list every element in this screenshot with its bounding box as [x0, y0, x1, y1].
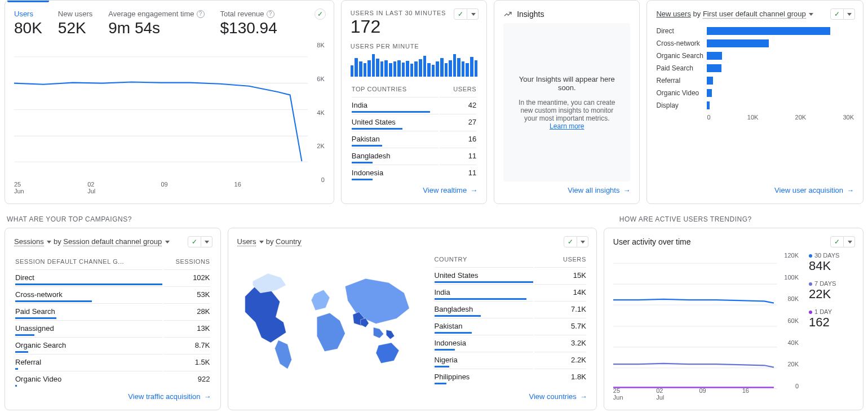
col-channel: SESSION DEFAULT CHANNEL G...	[15, 255, 162, 268]
chevron-down-icon[interactable]	[844, 236, 855, 247]
arrow-right-icon: →	[623, 186, 630, 194]
table-row[interactable]: Indonesia11	[352, 165, 476, 180]
new-users-selector[interactable]: New users by First user default channel …	[656, 10, 854, 18]
hbar-row: Cross-network	[656, 37, 854, 50]
table-row[interactable]: India42	[352, 97, 476, 113]
legend-item: 7 DAYS22K	[809, 280, 854, 302]
overview-line-chart	[14, 42, 308, 178]
activity-title: User activity over time	[613, 237, 854, 246]
table-row[interactable]: Paid Search28K	[15, 303, 210, 319]
insights-icon	[503, 10, 512, 19]
table-row[interactable]: Cross-network53K	[15, 286, 210, 302]
learn-more-link[interactable]: Learn more	[550, 122, 584, 130]
view-user-acquisition-link[interactable]: View user acquisition →	[774, 186, 854, 194]
table-row[interactable]: United States15K	[435, 267, 586, 283]
insights-title: Insights	[517, 10, 544, 19]
overview-card: ✓ Users80KNew users52KAverage engagement…	[5, 0, 334, 204]
insights-sub: In the meantime, you can create new cust…	[519, 99, 615, 122]
new-users-channel-card: ✓ New users by First user default channe…	[646, 0, 863, 204]
table-row[interactable]: Unassigned13K	[15, 320, 210, 336]
col-sessions: SESSIONS	[163, 255, 210, 268]
col-country: COUNTRY	[435, 252, 533, 266]
hbar-row: Direct	[656, 25, 854, 37]
chevron-down-icon[interactable]	[577, 236, 588, 247]
activity-line-chart	[613, 252, 802, 401]
arrow-right-icon: →	[204, 392, 211, 401]
table-row[interactable]: Bangladesh7.1K	[435, 301, 586, 317]
col-countries: TOP COUNTRIES	[352, 82, 439, 96]
view-realtime-link[interactable]: View realtime →	[423, 186, 477, 194]
realtime-card: ✓ USERS IN LAST 30 MINUTES 172 USERS PER…	[341, 0, 487, 204]
section-campaigns: WHAT ARE YOUR TOP CAMPAIGNS?	[7, 215, 617, 223]
help-icon[interactable]: ?	[267, 10, 274, 18]
legend-item: 1 DAY162	[809, 308, 854, 330]
hbar-row: Display	[656, 99, 854, 112]
table-row[interactable]: Organic Search8.7K	[15, 337, 210, 353]
col-users2: USERS	[534, 252, 586, 266]
view-countries-link[interactable]: View countries →	[529, 392, 587, 401]
hbar-row: Organic Video	[656, 87, 854, 99]
status-check-icon[interactable]: ✓	[564, 236, 577, 247]
insights-card: Insights Your Insights will appear here …	[494, 0, 640, 204]
chevron-down-icon[interactable]	[201, 236, 212, 247]
metric-users[interactable]: Users80K	[14, 10, 42, 37]
sessions-selector[interactable]: Sessions by Session default channel grou…	[14, 237, 211, 246]
table-row[interactable]: Direct102K	[15, 269, 210, 285]
status-check-icon[interactable]: ✓	[315, 8, 326, 20]
metric-new-users[interactable]: New users52K	[58, 10, 92, 37]
view-traffic-acquisition-link[interactable]: View traffic acquisition →	[128, 392, 211, 401]
status-check-icon[interactable]: ✓	[830, 8, 844, 20]
help-icon[interactable]: ?	[197, 10, 205, 18]
table-row[interactable]: Organic Video922	[15, 371, 210, 387]
new-users-bar-chart: DirectCross-networkOrganic SearchPaid Se…	[656, 25, 854, 112]
table-row[interactable]: Referral1.5K	[15, 354, 210, 370]
metric-average-engagement-time[interactable]: Average engagement time ?9m 54s	[108, 10, 204, 37]
spark-title: USERS PER MINUTE	[351, 43, 477, 50]
table-row[interactable]: Nigeria2.2K	[435, 352, 586, 367]
table-row[interactable]: Pakistan16	[352, 131, 476, 147]
world-map	[237, 268, 422, 371]
chevron-down-icon[interactable]	[467, 8, 479, 20]
users-country-selector[interactable]: Users by Country	[237, 237, 587, 246]
status-check-icon[interactable]: ✓	[830, 236, 844, 247]
col-users: USERS	[440, 82, 476, 96]
table-row[interactable]: Bangladesh11	[352, 148, 476, 163]
chevron-down-icon[interactable]	[844, 8, 855, 20]
table-row[interactable]: United States27	[352, 114, 476, 130]
table-row[interactable]: Indonesia3.2K	[435, 335, 586, 351]
table-row[interactable]: Philippines1.8K	[435, 369, 586, 384]
metric-total-revenue[interactable]: Total revenue ?$130.94	[220, 10, 277, 37]
insights-message: Your Insights will appear here soon.	[515, 75, 619, 92]
hbar-row: Paid Search	[656, 62, 854, 74]
users-per-minute-chart	[351, 54, 477, 77]
status-check-icon[interactable]: ✓	[188, 236, 201, 247]
sessions-card: ✓ Sessions by Session default channel gr…	[5, 228, 221, 410]
arrow-right-icon: →	[847, 186, 854, 194]
legend-item: 30 DAYS84K	[809, 252, 854, 273]
table-row[interactable]: Pakistan5.7K	[435, 318, 586, 334]
arrow-right-icon: →	[580, 392, 587, 401]
table-row[interactable]: India14K	[435, 284, 586, 300]
hbar-row: Referral	[656, 74, 854, 87]
status-check-icon[interactable]: ✓	[454, 8, 467, 20]
hbar-row: Organic Search	[656, 50, 854, 62]
section-trending: HOW ARE ACTIVE USERS TRENDING?	[619, 215, 863, 223]
view-all-insights-link[interactable]: View all insights →	[568, 186, 630, 194]
arrow-right-icon: →	[470, 186, 477, 194]
user-activity-card: ✓ User activity over time 120K100K80K60K…	[604, 228, 863, 410]
users-by-country-card: ✓ Users by Country	[228, 228, 597, 410]
